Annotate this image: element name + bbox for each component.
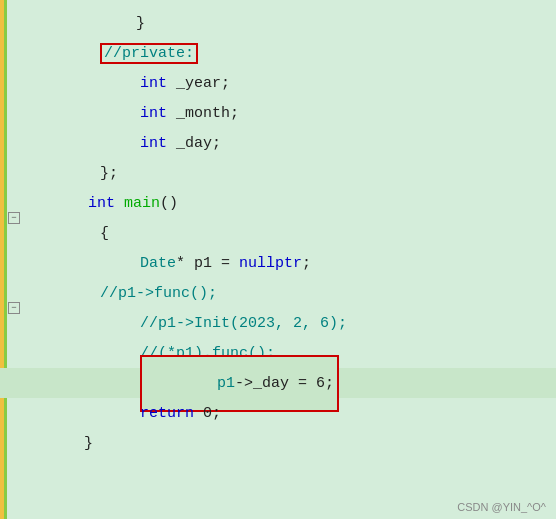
code-line-close-brace: } (0, 428, 556, 458)
code-editor: } //private: int _year; int _month; int … (0, 0, 556, 519)
watermark: CSDN @YIN_^O^ (457, 501, 546, 513)
line-text: } (30, 418, 556, 469)
code-text: } (84, 435, 93, 452)
